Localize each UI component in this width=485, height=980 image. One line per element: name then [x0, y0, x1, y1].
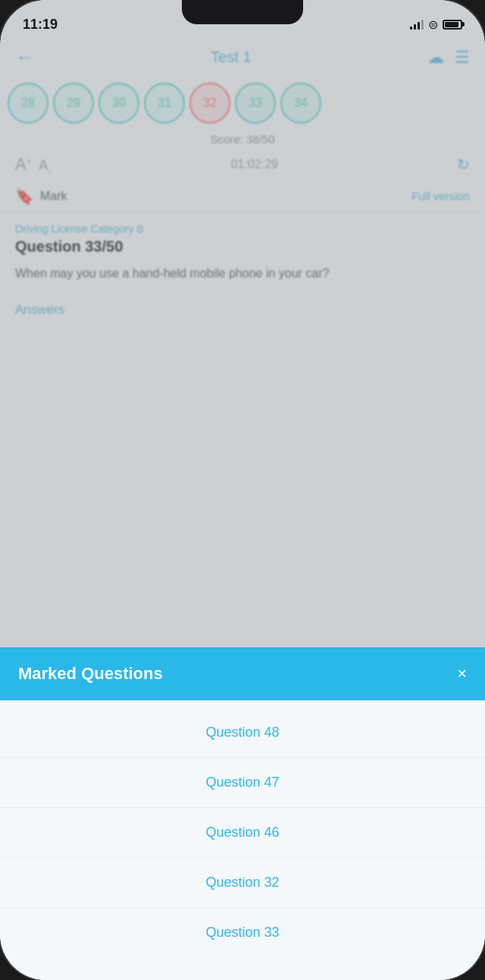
- marked-question-item-46[interactable]: Question 46: [0, 808, 485, 858]
- phone-frame: 11:19 ⊜ ← Test 1 ☁ ☰: [0, 0, 485, 980]
- modal-title: Marked Questions: [18, 664, 163, 684]
- modal-body: Question 48 Question 47 Question 46 Ques…: [0, 700, 485, 980]
- marked-question-item-48[interactable]: Question 48: [0, 708, 485, 758]
- phone-screen: 11:19 ⊜ ← Test 1 ☁ ☰: [0, 0, 485, 980]
- marked-question-item-33[interactable]: Question 33: [0, 908, 485, 957]
- marked-question-item-47[interactable]: Question 47: [0, 758, 485, 808]
- marked-questions-modal: Marked Questions × Question 48 Question …: [0, 647, 485, 980]
- modal-overlay: Marked Questions × Question 48 Question …: [0, 0, 485, 980]
- modal-close-button[interactable]: ×: [457, 664, 467, 684]
- modal-header: Marked Questions ×: [0, 647, 485, 700]
- marked-question-item-32[interactable]: Question 32: [0, 858, 485, 908]
